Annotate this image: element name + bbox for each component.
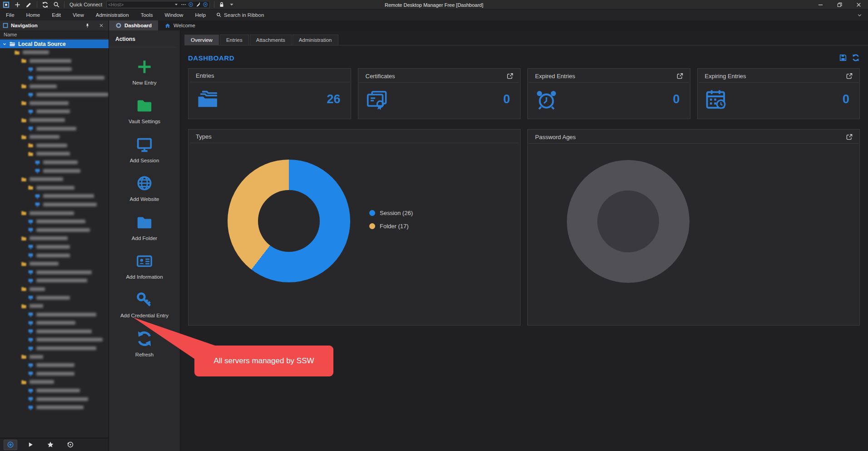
search-in-ribbon[interactable]: Search in Ribbon [212, 10, 268, 20]
tree-item-session[interactable] [0, 395, 109, 403]
tree-item-folder[interactable] [0, 57, 109, 65]
edit-pencil-icon[interactable] [25, 1, 32, 8]
dropdown-caret-icon[interactable] [228, 1, 235, 8]
tree-item-folder[interactable] [0, 175, 109, 184]
action-add-website[interactable]: Add Website [109, 164, 180, 202]
search-icon[interactable] [53, 1, 60, 8]
tree-item-folder[interactable] [0, 48, 109, 57]
tree-item-session[interactable] [0, 107, 109, 116]
tree-item-folder[interactable] [0, 116, 109, 125]
tree-item-session[interactable] [0, 192, 109, 200]
tab-overview[interactable]: Overview [184, 35, 219, 45]
menu-window[interactable]: Window [159, 10, 189, 20]
tree-item-session[interactable] [0, 319, 109, 327]
star-view-button[interactable] [44, 440, 57, 450]
refresh-icon[interactable] [42, 1, 49, 8]
tree-item-session[interactable] [0, 226, 109, 234]
menu-tools[interactable]: Tools [135, 10, 159, 20]
menu-home[interactable]: Home [20, 10, 46, 20]
chevron-down-icon[interactable] [857, 12, 863, 18]
close-button[interactable] [849, 0, 868, 10]
minimize-button[interactable] [811, 0, 830, 10]
quick-connect-field[interactable] [106, 1, 210, 8]
action-add-credential-entry[interactable]: Add Credential Entry [109, 280, 180, 319]
tree-item-session[interactable] [0, 336, 109, 344]
tree-item-folder[interactable] [0, 184, 109, 192]
doc-tab-dashboard[interactable]: Dashboard [109, 20, 158, 30]
tree-item-session[interactable] [0, 200, 109, 209]
tree-item-session[interactable] [0, 90, 109, 99]
save-icon[interactable] [839, 54, 847, 62]
tree-item-folder[interactable] [0, 352, 109, 361]
action-add-information[interactable]: Add Information [109, 241, 180, 280]
tab-administration[interactable]: Administration [293, 35, 338, 45]
tree-item-session[interactable] [0, 268, 109, 276]
menu-file[interactable]: File [0, 10, 20, 20]
search-in-ribbon-label: Search in Ribbon [224, 12, 264, 18]
action-refresh[interactable]: Refresh [109, 319, 180, 358]
tree-item-session[interactable] [0, 217, 109, 226]
tree-item-session[interactable] [0, 361, 109, 370]
tree-item-folder[interactable] [0, 99, 109, 108]
history-view-button[interactable] [64, 440, 77, 450]
vault-view-button[interactable] [4, 440, 17, 450]
tree-item-folder[interactable] [0, 82, 109, 90]
app-window-icon[interactable] [3, 1, 10, 8]
tree-item-session[interactable] [0, 344, 109, 353]
menu-view[interactable]: View [67, 10, 90, 20]
tree-item-session[interactable] [0, 158, 109, 167]
tree-item-folder[interactable] [0, 302, 109, 311]
tree-item-folder[interactable] [0, 234, 109, 243]
refresh-icon[interactable] [852, 54, 860, 62]
menu-administration[interactable]: Administration [90, 10, 135, 20]
tab-attachments[interactable]: Attachments [250, 35, 292, 45]
tree-item-session[interactable] [0, 310, 109, 319]
tab-entries[interactable]: Entries [220, 35, 249, 45]
tree-item-folder[interactable] [0, 150, 109, 158]
tree-item-session[interactable] [0, 403, 109, 412]
doc-tab-welcome[interactable]: Welcome [158, 20, 202, 30]
tree-item-session[interactable] [0, 370, 109, 378]
tree-item-folder[interactable] [0, 209, 109, 217]
menu-edit[interactable]: Edit [46, 10, 67, 20]
play-view-button[interactable] [24, 440, 37, 450]
external-link-icon[interactable] [846, 133, 853, 140]
tree-item-folder[interactable] [0, 133, 109, 141]
host-input[interactable] [108, 2, 172, 7]
macro-icon[interactable] [188, 2, 193, 7]
chevron-down-icon[interactable] [2, 42, 7, 46]
tree-root-local-data-source[interactable]: Local Data Source [0, 40, 109, 48]
tree-item-session[interactable] [0, 276, 109, 285]
tree-item-session[interactable] [0, 251, 109, 260]
connect-play-icon[interactable] [203, 2, 208, 7]
dropdown-caret-icon[interactable] [174, 2, 179, 7]
external-link-icon[interactable] [846, 72, 853, 80]
close-icon[interactable] [99, 23, 104, 28]
external-link-icon[interactable] [676, 72, 684, 80]
tree-item-session[interactable] [0, 74, 109, 82]
lock-icon[interactable] [218, 1, 225, 8]
restore-button[interactable] [830, 0, 849, 10]
tree-item-session[interactable] [0, 65, 109, 74]
external-link-icon[interactable] [506, 72, 514, 80]
add-icon[interactable] [14, 1, 21, 8]
tree-item-folder[interactable] [0, 285, 109, 294]
tree-item-session[interactable] [0, 243, 109, 251]
tree-item-session[interactable] [0, 386, 109, 395]
pin-icon[interactable] [84, 23, 90, 29]
tree-item-session[interactable] [0, 166, 109, 175]
action-vault-settings[interactable]: Vault Settings [109, 86, 180, 125]
action-add-session[interactable]: Add Session [109, 125, 180, 164]
more-ellipsis-icon[interactable] [181, 2, 186, 7]
tree-item-session[interactable] [0, 327, 109, 336]
action-add-folder[interactable]: Add Folder [109, 203, 180, 241]
tree-item-folder[interactable] [0, 141, 109, 150]
tree-item-session[interactable] [0, 293, 109, 302]
tree-column-header[interactable]: Name [0, 30, 109, 39]
tree-item-folder[interactable] [0, 260, 109, 268]
menu-help[interactable]: Help [189, 10, 212, 20]
tree-item-folder[interactable] [0, 378, 109, 386]
tree-item-session[interactable] [0, 124, 109, 133]
action-new-entry[interactable]: New Entry [109, 47, 180, 86]
brush-icon[interactable] [195, 2, 201, 7]
